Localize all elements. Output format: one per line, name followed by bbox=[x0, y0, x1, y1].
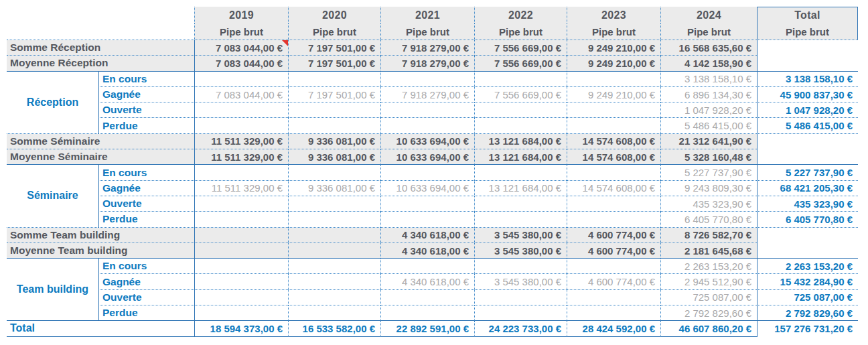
cell-moyenne-reception-total[interactable] bbox=[757, 56, 858, 71]
col-header-2021[interactable]: 2021 bbox=[380, 7, 474, 23]
cell-seminaire-ouverte-2021[interactable] bbox=[380, 196, 474, 212]
cell-team-building-en-cours-2022[interactable] bbox=[474, 259, 567, 274]
cell-reception-perdue-2020[interactable] bbox=[288, 118, 380, 133]
col-subheader-2023[interactable]: Pipe brut bbox=[567, 23, 660, 40]
cell-somme-seminaire-2023[interactable]: 14 574 608,00 € bbox=[567, 134, 660, 149]
cell-reception-perdue-2019[interactable] bbox=[194, 118, 288, 133]
cell-team-building-ouverte-total[interactable]: 725 087,00 € bbox=[757, 290, 858, 305]
cell-team-building-en-cours-2021[interactable] bbox=[380, 259, 474, 274]
cell-reception-gagnee-2020[interactable]: 7 197 501,00 € bbox=[288, 87, 380, 102]
cell-somme-reception-total[interactable] bbox=[757, 40, 858, 56]
col-header-total[interactable]: Total bbox=[757, 7, 858, 23]
cell-reception-perdue-2022[interactable] bbox=[474, 118, 567, 133]
cell-somme-team-building-2019[interactable] bbox=[194, 228, 288, 243]
cell-team-building-perdue-2024[interactable]: 2 792 829,60 € bbox=[660, 305, 757, 321]
cell-team-building-gagnee-2019[interactable] bbox=[194, 274, 288, 289]
cell-moyenne-team-building-2024[interactable]: 2 181 645,68 € bbox=[660, 243, 757, 259]
col-header-2024[interactable]: 2024 bbox=[660, 7, 757, 23]
col-header-2019[interactable]: 2019 bbox=[194, 7, 288, 23]
cell-team-building-gagnee-2020[interactable] bbox=[288, 274, 380, 289]
cell-team-building-en-cours-2023[interactable] bbox=[567, 259, 660, 274]
col-subheader-2020[interactable]: Pipe brut bbox=[288, 23, 380, 40]
cell-team-building-perdue-total[interactable]: 2 792 829,60 € bbox=[757, 305, 858, 321]
row-label-team-building-en-cours[interactable]: En cours bbox=[98, 259, 194, 274]
cell-reception-ouverte-2023[interactable] bbox=[567, 102, 660, 118]
cell-somme-seminaire-2022[interactable]: 13 121 684,00 € bbox=[474, 134, 567, 149]
col-subheader-total[interactable]: Pipe brut bbox=[757, 23, 858, 40]
cell-reception-gagnee-2023[interactable]: 9 249 210,00 € bbox=[567, 87, 660, 102]
cell-seminaire-perdue-2023[interactable] bbox=[567, 212, 660, 227]
cell-team-building-ouverte-2021[interactable] bbox=[380, 290, 474, 305]
cell-seminaire-gagnee-2023[interactable]: 14 574 608,00 € bbox=[567, 181, 660, 196]
cell-moyenne-team-building-total[interactable] bbox=[757, 243, 858, 259]
cell-total-2023[interactable]: 28 424 592,00 € bbox=[567, 321, 660, 336]
cell-team-building-ouverte-2023[interactable] bbox=[567, 290, 660, 305]
cell-seminaire-gagnee-2024[interactable]: 9 243 809,30 € bbox=[660, 181, 757, 196]
cell-moyenne-team-building-2023[interactable]: 4 600 774,00 € bbox=[567, 243, 660, 259]
cell-somme-reception-2022[interactable]: 7 556 669,00 € bbox=[474, 40, 567, 56]
cell-team-building-perdue-2022[interactable] bbox=[474, 305, 567, 321]
row-label-seminaire-gagnee[interactable]: Gagnée bbox=[98, 181, 194, 196]
row-label-total[interactable]: Total bbox=[7, 321, 194, 336]
cell-moyenne-team-building-2020[interactable] bbox=[288, 243, 380, 259]
cell-team-building-perdue-2023[interactable] bbox=[567, 305, 660, 321]
cell-somme-reception-2024[interactable]: 16 568 635,60 € bbox=[660, 40, 757, 56]
cell-reception-en-cours-2019[interactable] bbox=[194, 72, 288, 87]
row-label-somme-reception[interactable]: Somme Réception bbox=[7, 40, 194, 56]
cell-team-building-en-cours-total[interactable]: 2 263 153,20 € bbox=[757, 259, 858, 274]
cell-moyenne-reception-2024[interactable]: 4 142 158,90 € bbox=[660, 56, 757, 71]
cell-seminaire-perdue-2021[interactable] bbox=[380, 212, 474, 227]
cell-team-building-gagnee-2021[interactable]: 4 340 618,00 € bbox=[380, 274, 474, 289]
col-subheader-2024[interactable]: Pipe brut bbox=[660, 23, 757, 40]
cell-team-building-ouverte-2019[interactable] bbox=[194, 290, 288, 305]
cell-somme-reception-2019[interactable]: 7 083 044,00 € bbox=[194, 40, 288, 56]
col-subheader-2021[interactable]: Pipe brut bbox=[380, 23, 474, 40]
cell-seminaire-gagnee-2021[interactable]: 10 633 694,00 € bbox=[380, 181, 474, 196]
row-label-somme-seminaire[interactable]: Somme Séminaire bbox=[7, 134, 194, 149]
row-label-team-building-perdue[interactable]: Perdue bbox=[98, 305, 194, 321]
row-label-reception-perdue[interactable]: Perdue bbox=[98, 118, 194, 133]
row-label-reception-ouverte[interactable]: Ouverte bbox=[98, 102, 194, 118]
col-subheader-2019[interactable]: Pipe brut bbox=[194, 23, 288, 40]
col-header-2023[interactable]: 2023 bbox=[567, 7, 660, 23]
cell-moyenne-seminaire-2019[interactable]: 11 511 329,00 € bbox=[194, 149, 288, 165]
row-label-reception-en-cours[interactable]: En cours bbox=[98, 72, 194, 87]
cell-team-building-ouverte-2024[interactable]: 725 087,00 € bbox=[660, 290, 757, 305]
cell-moyenne-seminaire-total[interactable] bbox=[757, 149, 858, 165]
cell-moyenne-seminaire-2020[interactable]: 9 336 081,00 € bbox=[288, 149, 380, 165]
cell-moyenne-reception-2020[interactable]: 7 197 501,00 € bbox=[288, 56, 380, 71]
cell-reception-en-cours-2020[interactable] bbox=[288, 72, 380, 87]
cell-reception-ouverte-2021[interactable] bbox=[380, 102, 474, 118]
cell-seminaire-perdue-2019[interactable] bbox=[194, 212, 288, 227]
cell-team-building-perdue-2021[interactable] bbox=[380, 305, 474, 321]
cell-somme-team-building-2020[interactable] bbox=[288, 228, 380, 243]
cell-reception-ouverte-total[interactable]: 1 047 928,20 € bbox=[757, 102, 858, 118]
cell-reception-gagnee-total[interactable]: 45 900 837,30 € bbox=[757, 87, 858, 102]
cell-moyenne-reception-2022[interactable]: 7 556 669,00 € bbox=[474, 56, 567, 71]
cell-seminaire-gagnee-2019[interactable]: 11 511 329,00 € bbox=[194, 181, 288, 196]
cell-moyenne-seminaire-2024[interactable]: 5 328 160,48 € bbox=[660, 149, 757, 165]
cell-team-building-perdue-2019[interactable] bbox=[194, 305, 288, 321]
cell-reception-en-cours-2021[interactable] bbox=[380, 72, 474, 87]
cell-team-building-en-cours-2020[interactable] bbox=[288, 259, 380, 274]
cell-seminaire-gagnee-2020[interactable]: 9 336 081,00 € bbox=[288, 181, 380, 196]
cell-somme-reception-2023[interactable]: 9 249 210,00 € bbox=[567, 40, 660, 56]
row-label-somme-team-building[interactable]: Somme Team building bbox=[7, 228, 194, 243]
row-label-moyenne-reception[interactable]: Moyenne Réception bbox=[7, 56, 194, 71]
cell-team-building-gagnee-total[interactable]: 15 432 284,90 € bbox=[757, 274, 858, 289]
cell-reception-perdue-2021[interactable] bbox=[380, 118, 474, 133]
cell-total-2020[interactable]: 16 533 582,00 € bbox=[288, 321, 380, 336]
col-subheader-2022[interactable]: Pipe brut bbox=[474, 23, 567, 40]
cell-seminaire-en-cours-2020[interactable] bbox=[288, 165, 380, 180]
cell-seminaire-en-cours-total[interactable]: 5 227 737,90 € bbox=[757, 165, 858, 180]
cell-team-building-gagnee-2024[interactable]: 2 945 512,90 € bbox=[660, 274, 757, 289]
row-label-moyenne-seminaire[interactable]: Moyenne Séminaire bbox=[7, 149, 194, 165]
cell-seminaire-ouverte-total[interactable]: 435 323,90 € bbox=[757, 196, 858, 212]
cell-reception-perdue-2023[interactable] bbox=[567, 118, 660, 133]
cell-seminaire-perdue-2020[interactable] bbox=[288, 212, 380, 227]
cell-somme-seminaire-2021[interactable]: 10 633 694,00 € bbox=[380, 134, 474, 149]
cell-reception-gagnee-2021[interactable]: 7 918 279,00 € bbox=[380, 87, 474, 102]
cell-somme-reception-2020[interactable]: 7 197 501,00 € bbox=[288, 40, 380, 56]
cell-seminaire-en-cours-2022[interactable] bbox=[474, 165, 567, 180]
cell-seminaire-ouverte-2023[interactable] bbox=[567, 196, 660, 212]
